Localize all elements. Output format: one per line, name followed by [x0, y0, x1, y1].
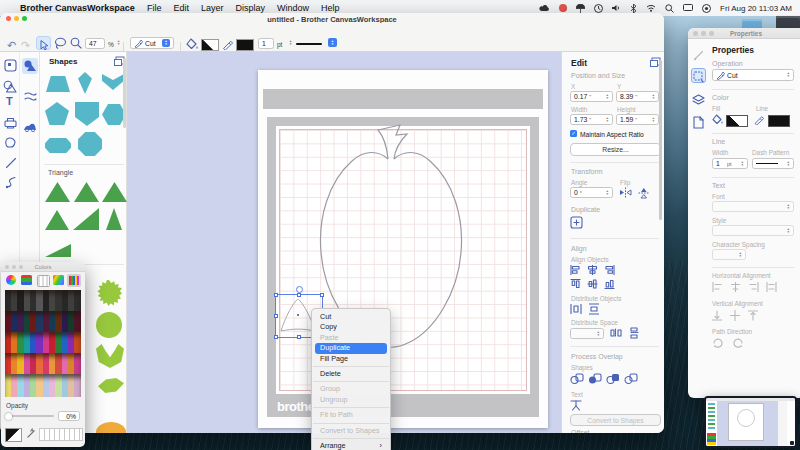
menu-item-arrange[interactable]: Arrange› — [312, 441, 390, 450]
shape-octagon[interactable] — [78, 132, 102, 156]
handle-s[interactable] — [297, 335, 301, 339]
font-select[interactable]: ▲▼ — [712, 201, 794, 212]
shape-trapezoid[interactable] — [46, 76, 70, 92]
line-width-field[interactable]: 1 — [258, 38, 274, 49]
shape-narrow-triangle[interactable] — [106, 208, 122, 230]
dash-pattern-select[interactable]: ▲▼ — [752, 158, 794, 169]
select-properties-tab[interactable] — [691, 68, 706, 83]
pencils-image-row2[interactable] — [5, 311, 81, 332]
pencils-image-row4[interactable] — [5, 353, 81, 374]
operation-select[interactable]: Cut ▲▼ — [712, 69, 794, 81]
camera-app-icon[interactable] — [559, 4, 567, 12]
shape-triangle-4[interactable] — [45, 210, 69, 230]
cloud-icon[interactable] — [539, 4, 550, 12]
pencils-image-row3[interactable] — [5, 332, 81, 353]
handle-nw[interactable] — [274, 293, 278, 297]
align-bottom-button[interactable] — [605, 279, 615, 290]
shape-right-triangle[interactable] — [73, 208, 99, 230]
convert-to-shapes-button[interactable]: Convert to Shapes — [570, 414, 661, 426]
angle-field[interactable]: 0°▲▼ — [570, 187, 613, 198]
align-middle-button[interactable] — [588, 279, 598, 290]
control-center-icon[interactable] — [702, 4, 711, 13]
menu-item-copy[interactable]: Copy — [312, 322, 390, 332]
shape-low-right-triangle[interactable] — [45, 244, 71, 257]
fill-color-swatch[interactable] — [201, 39, 219, 51]
height-field[interactable]: 1.59"▲▼ — [616, 114, 659, 125]
opacity-slider-knob[interactable] — [5, 413, 12, 420]
menubar-clock[interactable]: Fri Aug 20 11:03 AM — [720, 4, 792, 13]
search-icon[interactable] — [665, 4, 674, 13]
menu-item-fill-page[interactable]: Fill Page — [312, 354, 390, 364]
distribute-h-button[interactable] — [570, 304, 582, 314]
menu-display[interactable]: Display — [235, 3, 265, 13]
distribute-space-field[interactable]: ▲▼ — [570, 328, 604, 339]
swatch-grid[interactable] — [39, 428, 83, 441]
wifi-icon[interactable] — [646, 4, 656, 12]
handle-n[interactable] — [297, 293, 301, 297]
text-tool[interactable]: T — [6, 95, 13, 107]
align-left-button[interactable] — [570, 265, 581, 275]
shape-pentagon[interactable] — [45, 102, 69, 125]
rotate-handle[interactable] — [296, 286, 303, 293]
color-spectrum-tab[interactable] — [53, 275, 64, 285]
h-align-left-button[interactable] — [712, 282, 723, 292]
opacity-value-field[interactable]: 0% — [58, 411, 80, 421]
menu-layer[interactable]: Layer — [201, 3, 224, 13]
menu-item-delete[interactable]: Delete — [312, 369, 390, 379]
library-pattern-tab[interactable] — [23, 122, 37, 132]
divide-button[interactable] — [624, 373, 638, 385]
pencils-image-row1[interactable] — [5, 290, 81, 311]
space-v-button[interactable] — [629, 327, 639, 339]
h-align-right-button[interactable] — [748, 282, 759, 292]
line-width-stepper[interactable]: ▲▼ — [287, 40, 292, 46]
menu-item-duplicate[interactable]: Duplicate — [315, 343, 387, 353]
menu-item-cut[interactable]: Cut — [312, 312, 390, 322]
opacity-slider[interactable] — [6, 415, 54, 417]
h-align-justify-button[interactable] — [766, 282, 777, 292]
volume-icon[interactable] — [612, 4, 621, 12]
style-select[interactable]: ▲▼ — [712, 225, 794, 236]
shape-tulip-leaf[interactable] — [96, 344, 124, 368]
weld-button[interactable] — [570, 373, 584, 385]
character-spacing-field[interactable]: ▲▼ — [712, 249, 746, 260]
path-direction-ccw-button[interactable] — [732, 338, 744, 348]
page-tab[interactable] — [693, 116, 704, 129]
shape-triangle-2[interactable] — [74, 182, 99, 202]
zoom-stepper[interactable]: ▲▼ — [115, 40, 120, 46]
shapes-tool[interactable] — [3, 80, 17, 93]
shape-kite[interactable] — [78, 72, 92, 94]
maintain-aspect-checkbox[interactable]: ✓ — [570, 130, 577, 137]
color-wheel-tab[interactable] — [6, 275, 16, 285]
shape-scalloped-circle[interactable] — [96, 312, 122, 338]
x-field[interactable]: 0.17"▲▼ — [570, 91, 613, 102]
resize-button[interactable]: Resize... — [570, 143, 661, 156]
pencils-image-row5[interactable] — [5, 374, 81, 397]
space-h-button[interactable] — [610, 328, 622, 338]
v-align-bottom-button[interactable] — [712, 310, 722, 321]
shape-orange-ellipse[interactable] — [96, 422, 126, 433]
align-top-button[interactable] — [571, 279, 581, 290]
artboard-tool[interactable] — [4, 59, 17, 72]
display-switch-icon[interactable] — [683, 4, 693, 12]
lasso-tool[interactable] — [54, 37, 67, 50]
detach-panel-icon[interactable] — [114, 59, 122, 66]
print-tool[interactable] — [4, 117, 17, 129]
stroke-pencil-icon[interactable] — [222, 38, 234, 50]
shape-oblong-octagon[interactable] — [45, 138, 71, 153]
h-align-center-button[interactable] — [730, 282, 741, 292]
shape-leaf[interactable] — [98, 378, 124, 393]
color-palette-tab[interactable] — [37, 275, 50, 287]
bluetooth-icon[interactable] — [630, 4, 637, 13]
redo-button[interactable]: ↷ — [21, 39, 30, 52]
v-align-middle-button[interactable] — [730, 310, 740, 321]
distribute-v-button[interactable] — [589, 303, 599, 315]
color-sliders-tab[interactable] — [21, 275, 32, 285]
select-tool[interactable] — [36, 36, 51, 50]
handle-w[interactable] — [274, 314, 278, 318]
curve-tool[interactable] — [5, 176, 17, 189]
undo-button[interactable]: ↶ — [7, 39, 16, 52]
line-style-dropdown[interactable]: ▲▼ — [328, 38, 337, 47]
operation-dropdown[interactable]: Cut ▲▼ — [130, 37, 174, 49]
align-right-button[interactable] — [604, 265, 615, 275]
y-field[interactable]: 8.39"▲▼ — [616, 91, 659, 102]
